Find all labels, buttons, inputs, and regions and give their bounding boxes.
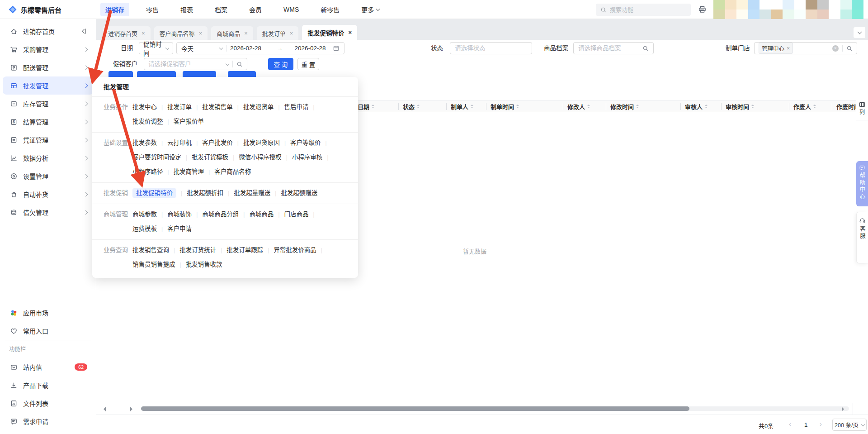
close-tab-icon[interactable]: × [142, 30, 145, 37]
horizontal-scrollbar-thumb[interactable] [141, 406, 689, 411]
menu-item-商城装饰[interactable]: 商城装饰 [167, 211, 192, 218]
menu-item-商城参数[interactable]: 商城参数 [132, 211, 157, 218]
menu-item-批发中心[interactable]: 批发中心 [132, 104, 157, 110]
close-tab-icon[interactable]: × [244, 30, 248, 37]
sort-icon[interactable] [587, 105, 590, 108]
prev-page-button[interactable]: ‹ [789, 420, 791, 428]
menu-item-批发退货原因[interactable]: 批发退货原因 [243, 139, 280, 146]
printer-icon[interactable] [698, 5, 707, 14]
current-page[interactable]: 1 [804, 421, 808, 428]
menu-item-批发超额折扣[interactable]: 批发超额折扣 [187, 190, 223, 196]
tab-批发订单[interactable]: 批发订单× [257, 26, 299, 40]
remove-tag-icon[interactable]: × [787, 45, 790, 52]
menu-item-批发超量赠送[interactable]: 批发超量赠送 [234, 190, 270, 196]
column-header-制单人[interactable]: 制单人 [451, 100, 473, 112]
sidebar-item-常用入口[interactable]: 常用入口 [3, 322, 94, 340]
sidebar-item-需求申请[interactable]: 需求申请 [3, 412, 94, 430]
tab-商城商品[interactable]: 商城商品× [211, 26, 253, 40]
store-select[interactable]: 管理中心× × [754, 42, 857, 54]
goods-input[interactable] [578, 45, 642, 52]
scroll-right-icon[interactable] [130, 407, 132, 411]
clear-icon[interactable]: × [832, 45, 839, 52]
date-range-picker[interactable]: 今天 2026-02-28 → 2026-02-28 [176, 42, 344, 54]
collapse-sidebar-icon[interactable] [80, 28, 87, 35]
menu-item-客户要货时间设定[interactable]: 客户要货时间设定 [132, 154, 181, 161]
menu-item-批发参数[interactable]: 批发参数 [132, 139, 157, 146]
sort-icon[interactable] [372, 105, 374, 108]
menu-item-批发订货模板[interactable]: 批发订货模板 [192, 154, 228, 161]
goods-select[interactable] [573, 42, 654, 54]
sidebar-item-采购管理[interactable]: 采购管理 [3, 40, 94, 58]
help-center-tab[interactable]: 帮助中心 [856, 161, 868, 206]
partial-action-button[interactable] [108, 71, 133, 77]
menu-item-客户批发价[interactable]: 客户批发价 [202, 139, 233, 146]
global-search[interactable] [596, 4, 691, 16]
menu-item-批发订单跟踪[interactable]: 批发订单跟踪 [226, 247, 263, 253]
sidebar-item-自动补货[interactable]: 自动补货 [3, 185, 94, 203]
menu-item-批发价调整[interactable]: 批发价调整 [132, 118, 163, 125]
status-select[interactable] [450, 42, 532, 54]
menu-item-客户商品名称[interactable]: 客户商品名称 [214, 168, 251, 175]
partial-action-button[interactable] [183, 71, 216, 77]
sidebar-item-库存管理[interactable]: 库存管理 [3, 95, 94, 113]
menu-item-商城商品[interactable]: 商城商品 [249, 211, 274, 218]
sort-icon[interactable] [751, 105, 754, 108]
customer-input[interactable] [148, 61, 226, 67]
menu-item-批发订货统计[interactable]: 批发订货统计 [179, 247, 216, 253]
column-header-状态[interactable]: 状态 [403, 100, 420, 112]
customer-select[interactable] [144, 58, 247, 70]
avatar-blurred-area[interactable] [713, 0, 863, 19]
search-input[interactable] [610, 6, 689, 13]
sort-icon[interactable] [516, 105, 519, 108]
reset-button[interactable]: 重 置 [297, 58, 319, 70]
column-settings-button[interactable]: 列 [856, 100, 868, 120]
menu-item-商城商品分组[interactable]: 商城商品分组 [202, 211, 239, 218]
tab-进销存首页[interactable]: 进销存首页× [103, 26, 151, 40]
nav-item-7[interactable]: 更多 [356, 3, 384, 16]
menu-item-批发超额赠送[interactable]: 批发超额赠送 [281, 190, 317, 196]
menu-item-运费模板[interactable]: 运费模板 [132, 225, 157, 232]
column-header-作废人[interactable]: 作废人 [793, 100, 816, 112]
menu-item-批发促销特价[interactable]: 批发促销特价 [132, 188, 176, 198]
sort-icon[interactable] [636, 105, 639, 108]
menu-item-云打印机[interactable]: 云打印机 [167, 139, 192, 146]
partial-action-button[interactable] [137, 71, 176, 77]
nav-item-3[interactable]: 档案 [210, 3, 232, 16]
quick-range-value[interactable]: 今天 [181, 44, 193, 53]
close-tab-icon[interactable]: × [199, 30, 203, 37]
nav-item-4[interactable]: 会员 [244, 3, 267, 16]
column-header-日期[interactable]: 日期 [358, 100, 374, 112]
date-type-select[interactable]: 促销时间 [139, 42, 173, 54]
menu-item-异常批发价商品[interactable]: 异常批发价商品 [274, 247, 316, 253]
menu-item-批发销售收款[interactable]: 批发销售收款 [186, 261, 222, 268]
menu-item-批发商管理[interactable]: 批发商管理 [174, 168, 204, 175]
column-header-审核人[interactable]: 审核人 [685, 100, 708, 112]
sidebar-item-应用市场[interactable]: 应用市场 [3, 304, 94, 322]
next-page-button[interactable]: › [820, 420, 822, 428]
menu-item-微信小程序授权[interactable]: 微信小程序授权 [239, 154, 282, 161]
nav-item-5[interactable]: WMS [278, 4, 304, 15]
column-header-修改人[interactable]: 修改人 [567, 100, 590, 112]
date-from-value[interactable]: 2026-02-28 [230, 45, 261, 52]
column-header-审核时间[interactable]: 审核时间 [726, 100, 754, 112]
scroll-far-right-icon[interactable] [842, 407, 844, 411]
sort-icon[interactable] [705, 105, 708, 108]
sidebar-item-凭证管理[interactable]: 凭证管理 [3, 131, 94, 149]
nav-item-6[interactable]: 新零售 [316, 3, 344, 16]
sidebar-item-批发管理[interactable]: 批发管理 [3, 76, 94, 95]
menu-item-批发销售单[interactable]: 批发销售单 [202, 104, 233, 110]
date-to-value[interactable]: 2026-02-28 [295, 45, 326, 52]
sidebar-item-站内信[interactable]: 站内信62 [3, 358, 94, 376]
menu-item-客户报价单[interactable]: 客户报价单 [174, 118, 204, 125]
sort-icon[interactable] [471, 105, 473, 108]
menu-item-批发销售查询[interactable]: 批发销售查询 [132, 247, 169, 253]
menu-item-小程序路径[interactable]: 小程序路径 [132, 168, 163, 175]
sidebar-item-结算管理[interactable]: $结算管理 [3, 113, 94, 131]
menu-item-售后申请[interactable]: 售后申请 [284, 104, 309, 110]
tab-批发促销特价[interactable]: 批发促销特价× [302, 25, 357, 40]
sidebar-item-设置管理[interactable]: 设置管理 [3, 167, 94, 185]
store-tag[interactable]: 管理中心× [759, 43, 793, 54]
column-header-作废时间[interactable]: 作废时间 [836, 100, 856, 112]
column-header-制单时间[interactable]: 制单时间 [491, 100, 519, 112]
sidebar-item-产品下载[interactable]: 产品下载 [3, 376, 94, 394]
